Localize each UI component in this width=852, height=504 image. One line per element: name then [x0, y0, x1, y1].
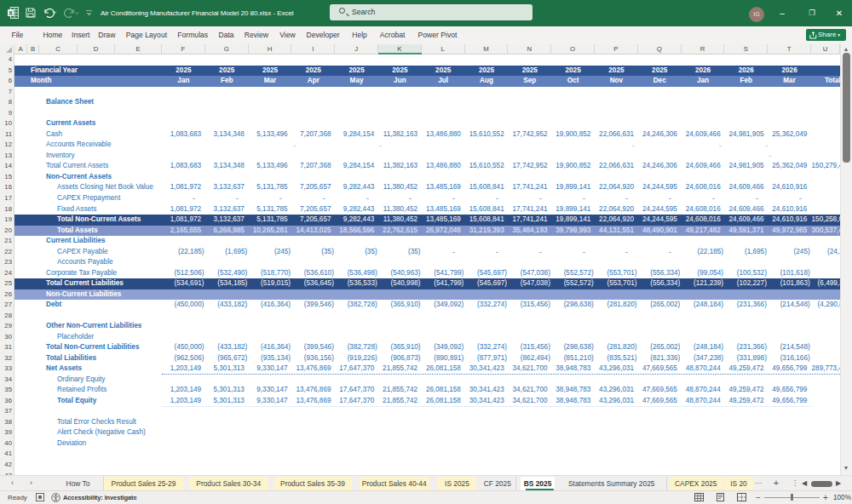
svg-text:X: X — [9, 10, 13, 16]
